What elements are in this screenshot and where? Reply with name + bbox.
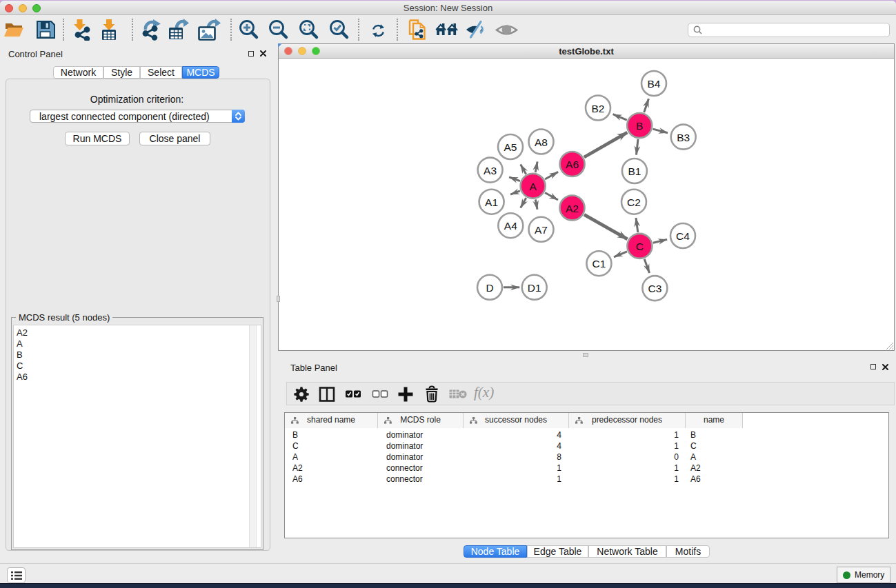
svg-text:B3: B3 [677,132,690,143]
svg-text:C3: C3 [648,283,661,294]
svg-text:A7: A7 [535,224,548,236]
svg-text:B: B [636,120,643,132]
svg-text:D1: D1 [528,282,541,294]
svg-text:A8: A8 [535,136,548,148]
svg-text:A5: A5 [504,141,517,153]
svg-text:C4: C4 [676,230,690,242]
svg-text:B1: B1 [628,165,641,177]
svg-text:A2: A2 [566,203,579,214]
svg-text:A: A [529,181,537,192]
svg-text:C: C [636,241,644,252]
svg-text:A4: A4 [504,220,517,232]
svg-text:A6: A6 [566,159,579,170]
svg-text:A1: A1 [485,196,498,208]
svg-text:A3: A3 [484,165,497,176]
svg-text:C2: C2 [627,196,641,208]
svg-text:C1: C1 [592,258,606,270]
svg-text:B4: B4 [648,78,661,90]
svg-text:B2: B2 [592,103,605,114]
svg-text:D: D [486,282,493,294]
